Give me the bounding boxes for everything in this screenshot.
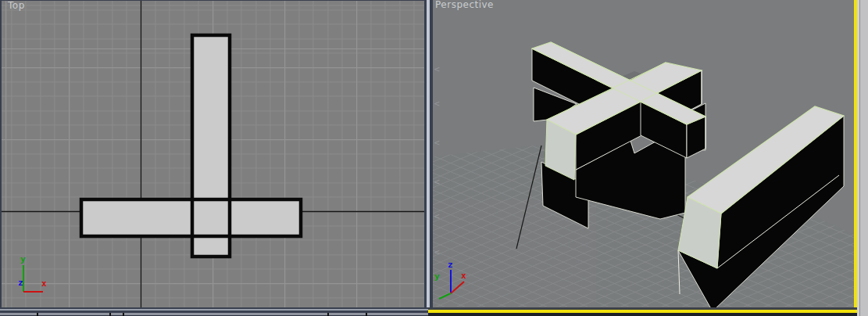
- timeline-tick: [109, 313, 111, 316]
- window-chrome-strip: [857, 0, 868, 316]
- edge-artifact: <: [434, 100, 440, 108]
- timeline-tick: [123, 313, 124, 316]
- timeline-tick: [366, 313, 367, 316]
- timeline-tick: [37, 313, 38, 316]
- axis-z-label: z: [18, 278, 23, 288]
- top-view-canvas[interactable]: y z x: [2, 1, 426, 308]
- axis-tripod-perspective: z x y: [434, 260, 466, 299]
- viewport-top[interactable]: y z x Top: [0, 0, 424, 307]
- axis-x-label: x: [461, 271, 466, 281]
- bottom-edge-left: [0, 307, 428, 316]
- perspective-scene[interactable]: z x y: [433, 0, 854, 307]
- axis-z-label: z: [448, 260, 453, 270]
- edge-artifact: <: [434, 66, 440, 74]
- viewport-area: y z x Top: [0, 0, 868, 316]
- viewport-top-label[interactable]: Top: [8, 0, 25, 11]
- edge-artifact: <: [434, 178, 440, 186]
- edge-artifact: <: [434, 249, 440, 257]
- timeline-tick: [327, 313, 329, 316]
- axis-tripod-top: y z x: [18, 254, 47, 292]
- edge-artifact: <: [434, 213, 440, 221]
- bottom-edge-active-border: [428, 307, 857, 316]
- axis-y-label: y: [20, 254, 26, 264]
- viewport-perspective[interactable]: z x y Perspective < < < < < <: [433, 0, 857, 307]
- axis-y-label: y: [434, 271, 440, 282]
- axis-x-label: x: [41, 278, 47, 289]
- viewport-separator[interactable]: [424, 0, 433, 307]
- viewport-perspective-label[interactable]: Perspective: [435, 0, 494, 10]
- edge-artifact: <: [434, 139, 440, 147]
- cross-spline-shape[interactable]: [81, 35, 301, 257]
